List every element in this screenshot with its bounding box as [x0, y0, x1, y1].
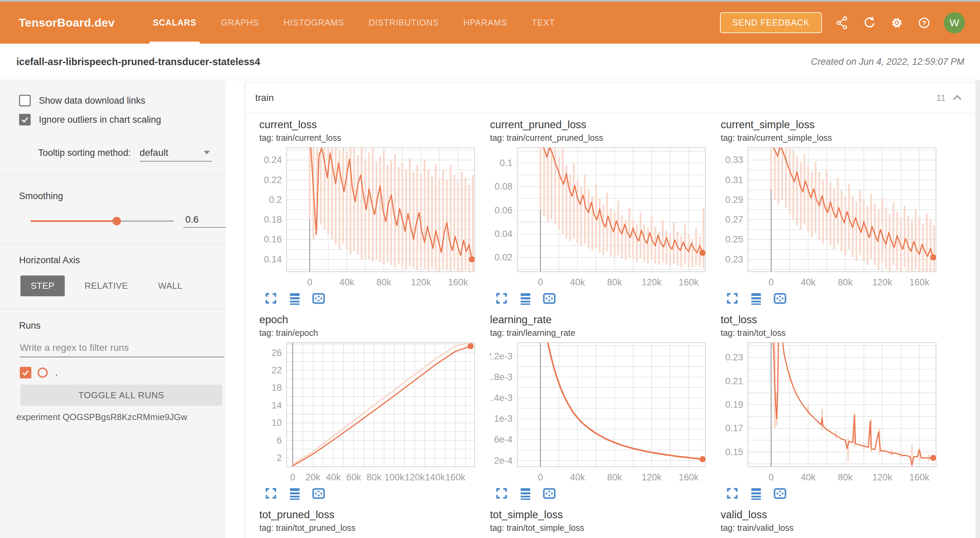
send-feedback-button[interactable]: SEND FEEDBACK [720, 12, 822, 33]
svg-text:0.21: 0.21 [725, 376, 743, 386]
svg-text:40k: 40k [801, 472, 816, 482]
avatar[interactable]: W [944, 12, 965, 34]
tab-distributions[interactable]: DISTRIBUTIONS [365, 2, 442, 44]
svg-text:160k: 160k [679, 277, 699, 287]
smoothing-label: Smoothing [0, 191, 245, 201]
chart-plot[interactable]: 0.020.040.060.080.1040k80k120k160k [490, 145, 708, 290]
refresh-icon[interactable] [863, 16, 877, 30]
chart-card: learning_ratetag: train/learning_rate2e-… [490, 313, 713, 500]
run-checkbox[interactable] [20, 367, 31, 378]
checkbox-ignore-outliers[interactable] [19, 114, 31, 126]
tab-histograms[interactable]: HISTOGRAMS [280, 2, 348, 44]
svg-text:0.19: 0.19 [725, 399, 743, 410]
expand-icon[interactable] [725, 487, 739, 500]
svg-text:140k: 140k [425, 472, 445, 482]
chart-tag: tag: train/tot_loss [721, 328, 944, 338]
chart-title: current_pruned_loss [490, 118, 713, 131]
chart-plot[interactable]: 0.150.170.190.210.23040k80k120k160k [721, 341, 939, 485]
slider-knob[interactable] [113, 217, 121, 225]
svg-text:120k: 120k [405, 472, 425, 482]
svg-text:14: 14 [272, 400, 282, 410]
fit-domain-icon[interactable] [773, 292, 787, 305]
tooltip-sorting-label: Tooltip sorting method: [38, 148, 131, 158]
data-table-icon[interactable] [749, 292, 763, 305]
chart-card: current_simple_losstag: train/current_si… [721, 118, 944, 305]
chart-plot[interactable]: 2e-46e-41e-31.4e-31.8e-32.2e-3040k80k120… [490, 341, 708, 485]
svg-text:0.31: 0.31 [725, 175, 743, 185]
expand-icon[interactable] [495, 292, 508, 305]
checkbox-show-download-links[interactable] [19, 95, 31, 106]
chart-card: epochtag: train/epoch261014182226020k40k… [259, 313, 482, 500]
svg-text:0.25: 0.25 [725, 234, 743, 244]
chart-title: current_simple_loss [721, 118, 944, 131]
nav-tabs: SCALARSGRAPHSHISTOGRAMSDISTRIBUTIONSHPAR… [150, 2, 576, 44]
horizontal-axis-label: Horizontal Axis [0, 255, 245, 266]
fit-domain-icon[interactable] [542, 487, 556, 500]
data-table-icon[interactable] [288, 292, 302, 305]
share-icon[interactable] [835, 16, 849, 30]
tab-text[interactable]: TEXT [528, 2, 558, 44]
data-table-icon[interactable] [519, 292, 532, 305]
section-header[interactable]: train 11 [245, 83, 975, 113]
chart-plot[interactable]: 0.230.250.270.290.310.33040k80k120k160k [721, 145, 939, 290]
run-color-swatch[interactable] [38, 367, 48, 378]
fit-domain-icon[interactable] [312, 292, 325, 305]
run-name-label: . [55, 367, 58, 378]
section-header-right: 11 [936, 93, 963, 103]
svg-text:40k: 40k [570, 277, 585, 287]
svg-text:40k: 40k [326, 472, 341, 482]
data-table-icon[interactable] [519, 487, 532, 500]
expand-icon[interactable] [264, 487, 278, 500]
toggle-all-runs-button[interactable]: TOGGLE ALL RUNS [21, 385, 222, 406]
svg-text:80k: 80k [607, 472, 622, 482]
chart-title: tot_pruned_loss [259, 508, 482, 521]
tooltip-sorting-select[interactable]: default [140, 147, 212, 161]
settings-icon[interactable] [890, 16, 904, 30]
svg-text:0.14: 0.14 [264, 254, 282, 265]
expand-icon[interactable] [264, 292, 278, 305]
svg-text:40k: 40k [570, 472, 585, 482]
checkbox-row: Show data download links [0, 95, 226, 106]
tab-scalars[interactable]: SCALARS [150, 2, 200, 44]
axis-button-wall[interactable]: WALL [148, 276, 193, 296]
svg-text:80k: 80k [367, 472, 382, 482]
svg-text:0.16: 0.16 [264, 234, 282, 244]
divider [0, 174, 226, 175]
chart-plot[interactable]: 261014182226020k40k60k80k100k120k140k160… [259, 341, 477, 485]
chart-card: tot_simple_losstag: train/tot_simple_los… [490, 508, 713, 533]
tab-hparams[interactable]: HPARAMS [460, 2, 511, 44]
chart-card: current_pruned_losstag: train/current_pr… [490, 118, 713, 305]
expand-icon[interactable] [495, 487, 508, 500]
axis-button-step[interactable]: STEP [21, 276, 65, 296]
svg-text:?: ? [922, 19, 926, 27]
smoothing-value-field[interactable]: 0.6 [183, 214, 226, 228]
svg-text:0.08: 0.08 [495, 181, 512, 192]
run-list-item[interactable]: . [0, 367, 245, 378]
app-logo[interactable]: TensorBoard.dev [19, 16, 115, 29]
svg-text:6e-4: 6e-4 [494, 434, 512, 445]
experiment-title-bar: icefall-asr-librispeech-pruned-transduce… [0, 44, 980, 80]
svg-text:2: 2 [277, 453, 282, 463]
runs-filter-input[interactable] [20, 342, 224, 357]
tooltip-sorting-value: default [140, 147, 168, 158]
chevron-up-icon[interactable] [952, 94, 963, 102]
data-table-icon[interactable] [749, 487, 763, 500]
chart-actions [490, 487, 713, 500]
general-options: Show data download linksIgnore outliers … [0, 95, 226, 133]
help-icon[interactable]: ? [917, 16, 931, 30]
fit-domain-icon[interactable] [542, 292, 556, 305]
expand-icon[interactable] [725, 292, 739, 305]
fit-domain-icon[interactable] [312, 487, 325, 500]
axis-button-relative[interactable]: RELATIVE [74, 276, 138, 296]
settings-sidebar: Show data download linksIgnore outliers … [0, 80, 226, 538]
tab-graphs[interactable]: GRAPHS [217, 2, 262, 44]
data-table-icon[interactable] [288, 487, 302, 500]
smoothing-slider[interactable] [31, 220, 174, 222]
fit-domain-icon[interactable] [773, 487, 787, 500]
svg-text:0.22: 0.22 [264, 175, 282, 185]
svg-text:120k: 120k [642, 472, 662, 482]
chart-plot[interactable]: 0.140.160.180.20.220.24040k80k120k160k [259, 145, 477, 290]
chart-tag: tag: train/current_simple_loss [721, 133, 944, 143]
scrollbar-track[interactable] [976, 80, 980, 538]
chart-card: valid_losstag: train/valid_loss [721, 508, 944, 533]
